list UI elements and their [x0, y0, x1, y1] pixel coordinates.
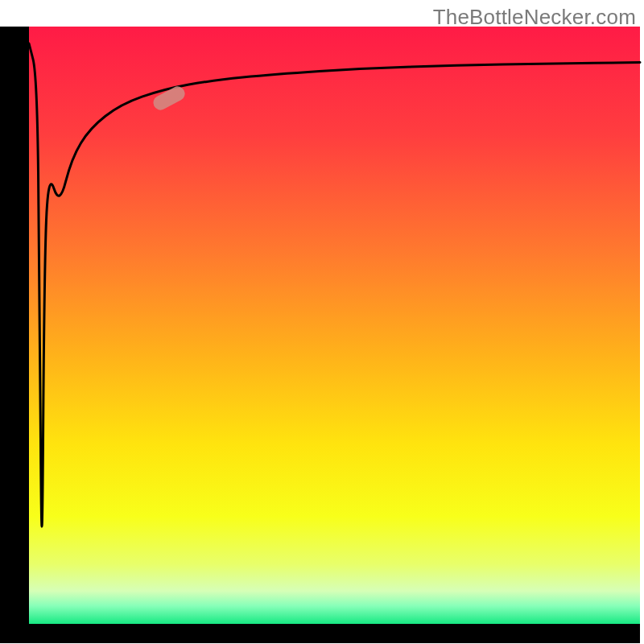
y-axis [0, 27, 29, 643]
chart-frame: TheBottleNecker.com [0, 0, 644, 644]
plot-gradient-background [29, 27, 640, 624]
x-axis [0, 624, 640, 643]
chart-svg [0, 0, 644, 644]
